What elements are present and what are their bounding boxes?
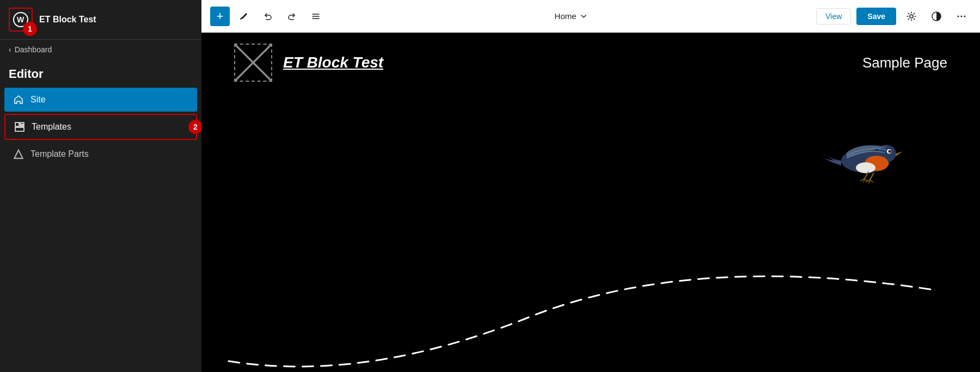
template-parts-icon [13, 149, 24, 160]
badge-1: 1 [23, 22, 37, 36]
canvas-sample-page: Sample Page [862, 54, 947, 71]
sidebar-item-template-parts[interactable]: Template Parts [4, 142, 197, 166]
sidebar-item-site[interactable]: Site [4, 88, 197, 112]
sidebar-item-templates-label: Templates [32, 122, 71, 132]
wordpress-logo[interactable]: W 1 [9, 8, 33, 32]
logo-placeholder [234, 44, 272, 82]
redo-button[interactable] [282, 7, 302, 26]
sidebar-item-templates[interactable]: Templates 2 [4, 114, 197, 140]
canvas-header: ET Block Test Sample Page [201, 33, 980, 93]
toolbar-right: View Save [816, 7, 971, 26]
chevron-left-icon: ‹ [9, 45, 11, 54]
templates-icon [14, 121, 25, 132]
badge-2: 2 [188, 120, 203, 134]
svg-rect-3 [20, 123, 24, 124]
svg-rect-2 [15, 123, 19, 126]
svg-point-13 [958, 15, 959, 17]
home-dropdown[interactable]: Home [548, 8, 594, 24]
undo-button[interactable] [258, 7, 278, 26]
sidebar-header: W 1 ET Block Test [0, 0, 201, 40]
svg-point-11 [910, 15, 913, 18]
svg-marker-18 [896, 151, 903, 156]
edit-button[interactable] [234, 7, 254, 26]
svg-text:W: W [17, 15, 24, 24]
canvas-logo-area: ET Block Test [234, 44, 383, 82]
svg-line-30 [870, 180, 873, 182]
sidebar-item-template-parts-label: Template Parts [30, 149, 89, 159]
add-button[interactable]: + [210, 7, 230, 26]
list-view-button[interactable] [306, 7, 326, 26]
toolbar: + [201, 0, 980, 33]
svg-rect-5 [15, 127, 24, 131]
svg-rect-4 [20, 125, 24, 126]
sidebar: W 1 ET Block Test ‹ Dashboard Editor Sit… [0, 0, 201, 372]
svg-point-22 [856, 162, 875, 173]
toolbar-left: + [210, 7, 326, 26]
canvas-area: ET Block Test Sample Page [201, 33, 980, 372]
settings-button[interactable] [902, 7, 921, 26]
save-button[interactable]: Save [856, 8, 896, 25]
bird-illustration [817, 120, 915, 196]
svg-point-14 [961, 15, 963, 17]
home-icon [13, 94, 24, 105]
editor-label: Editor [0, 59, 201, 87]
svg-point-20 [889, 150, 891, 153]
more-options-button[interactable] [952, 7, 971, 26]
view-button[interactable]: View [816, 8, 851, 25]
canvas-site-name: ET Block Test [283, 54, 383, 71]
svg-line-27 [870, 173, 874, 180]
svg-point-15 [964, 15, 966, 17]
toolbar-center: Home [330, 8, 812, 24]
dashboard-link[interactable]: ‹ Dashboard [0, 40, 201, 59]
home-dropdown-label: Home [555, 11, 577, 21]
dashboard-label: Dashboard [15, 45, 52, 54]
dashed-path-svg [201, 209, 980, 372]
sidebar-item-site-label: Site [30, 95, 46, 105]
contrast-button[interactable] [927, 7, 946, 26]
site-title: ET Block Test [39, 15, 96, 25]
